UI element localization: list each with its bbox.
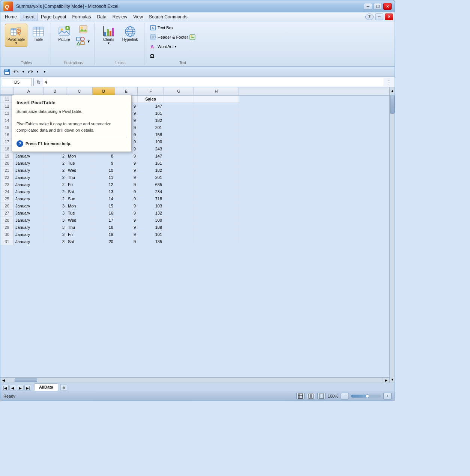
- cell[interactable]: January: [14, 217, 44, 224]
- scroll-thumb-horizontal[interactable]: [15, 378, 37, 382]
- cell[interactable]: [164, 217, 194, 224]
- cell[interactable]: [164, 138, 194, 145]
- cell[interactable]: [194, 224, 239, 231]
- cell[interactable]: 2: [44, 195, 66, 202]
- zoom-slider[interactable]: [351, 395, 381, 398]
- cell[interactable]: [194, 210, 239, 216]
- col-header-g[interactable]: G: [164, 87, 194, 95]
- cell[interactable]: [164, 117, 194, 124]
- cell[interactable]: 9: [115, 188, 138, 195]
- cell[interactable]: [164, 210, 194, 216]
- cell[interactable]: 9: [115, 153, 138, 159]
- redo-arrow[interactable]: ▼: [36, 68, 39, 76]
- cell[interactable]: [194, 167, 239, 174]
- cell[interactable]: January: [14, 174, 44, 181]
- vertical-scrollbar[interactable]: ▲ ▼: [389, 87, 395, 383]
- close-button[interactable]: ✕: [383, 3, 392, 10]
- cell[interactable]: [194, 138, 239, 145]
- cell[interactable]: 12: [93, 181, 115, 188]
- tab-prev-button[interactable]: ◀: [9, 385, 16, 391]
- help-button[interactable]: ?: [365, 14, 374, 20]
- cell[interactable]: 3: [44, 210, 66, 216]
- cell[interactable]: 2: [44, 160, 66, 167]
- col-header-d[interactable]: D: [93, 87, 115, 95]
- cell[interactable]: January: [14, 203, 44, 209]
- cell[interactable]: 147: [138, 153, 164, 159]
- cell[interactable]: 2: [44, 188, 66, 195]
- cell[interactable]: 190: [138, 138, 164, 145]
- menu-home[interactable]: Home: [2, 13, 20, 21]
- undo-arrow[interactable]: ▼: [21, 68, 25, 76]
- cell[interactable]: 2: [44, 153, 66, 159]
- cell[interactable]: 182: [138, 117, 164, 124]
- shapes-button[interactable]: ▼: [75, 36, 92, 47]
- cell[interactable]: 161: [138, 110, 164, 117]
- cell[interactable]: 2: [44, 181, 66, 188]
- menu-formulas[interactable]: Formulas: [69, 13, 94, 21]
- scroll-thumb-vertical[interactable]: [390, 95, 395, 114]
- cell[interactable]: January: [14, 181, 44, 188]
- cell[interactable]: Tue: [66, 210, 93, 216]
- cell[interactable]: 147: [138, 103, 164, 110]
- page-layout-view-button[interactable]: [307, 393, 315, 399]
- cell[interactable]: 19: [93, 231, 115, 238]
- cell[interactable]: 3: [44, 231, 66, 238]
- cell[interactable]: 3: [44, 224, 66, 231]
- formula-expand[interactable]: ⋮: [385, 78, 393, 86]
- formula-input[interactable]: [43, 78, 383, 86]
- cell[interactable]: 9: [115, 195, 138, 202]
- charts-button[interactable]: Charts ▼: [99, 24, 118, 47]
- cell[interactable]: [194, 195, 239, 202]
- cell[interactable]: [164, 153, 194, 159]
- cell[interactable]: Wed: [66, 217, 93, 224]
- col-header-e[interactable]: E: [115, 87, 138, 95]
- cell[interactable]: [194, 146, 239, 152]
- cell[interactable]: 189: [138, 224, 164, 231]
- save-button[interactable]: [3, 68, 11, 76]
- cell[interactable]: [164, 131, 194, 138]
- ribbon-minimize-button[interactable]: ─: [375, 14, 383, 20]
- redo-button[interactable]: [27, 68, 34, 76]
- tab-last-button[interactable]: ▶|: [24, 385, 31, 391]
- cell[interactable]: [164, 103, 194, 110]
- cell[interactable]: January: [14, 210, 44, 216]
- cell[interactable]: Mon: [66, 203, 93, 209]
- cell[interactable]: 3: [44, 203, 66, 209]
- cell[interactable]: 135: [138, 238, 164, 245]
- cell[interactable]: 11: [93, 174, 115, 181]
- cell[interactable]: 9: [115, 224, 138, 231]
- cell[interactable]: Fri: [66, 231, 93, 238]
- cell[interactable]: Thu: [66, 174, 93, 181]
- menu-data[interactable]: Data: [94, 13, 109, 21]
- cell[interactable]: 18: [93, 224, 115, 231]
- cell[interactable]: 9: [115, 217, 138, 224]
- cell[interactable]: 9: [115, 174, 138, 181]
- restore-button[interactable]: ❐: [374, 3, 382, 10]
- cell[interactable]: Wed: [66, 167, 93, 174]
- cell[interactable]: 9: [115, 210, 138, 216]
- cell[interactable]: Fri: [66, 181, 93, 188]
- cell[interactable]: Sat: [66, 238, 93, 245]
- undo-button[interactable]: [12, 68, 20, 76]
- cell[interactable]: [194, 153, 239, 159]
- cell[interactable]: [194, 203, 239, 209]
- cell[interactable]: [164, 231, 194, 238]
- cell[interactable]: 234: [138, 188, 164, 195]
- cell[interactable]: January: [14, 195, 44, 202]
- cell[interactable]: January: [14, 238, 44, 245]
- cell[interactable]: 3: [44, 238, 66, 245]
- cell[interactable]: 718: [138, 195, 164, 202]
- cell[interactable]: [194, 181, 239, 188]
- cell[interactable]: [194, 238, 239, 245]
- cell[interactable]: [194, 160, 239, 167]
- cell[interactable]: January: [14, 153, 44, 159]
- menu-page-layout[interactable]: Page Layout: [38, 13, 69, 21]
- cell[interactable]: 201: [138, 124, 164, 131]
- cell[interactable]: [164, 110, 194, 117]
- col-header-a[interactable]: A: [14, 87, 44, 95]
- cell[interactable]: 2: [44, 174, 66, 181]
- cell[interactable]: [194, 103, 239, 110]
- normal-view-button[interactable]: [296, 393, 305, 399]
- cell[interactable]: January: [14, 224, 44, 231]
- cell[interactable]: [194, 231, 239, 238]
